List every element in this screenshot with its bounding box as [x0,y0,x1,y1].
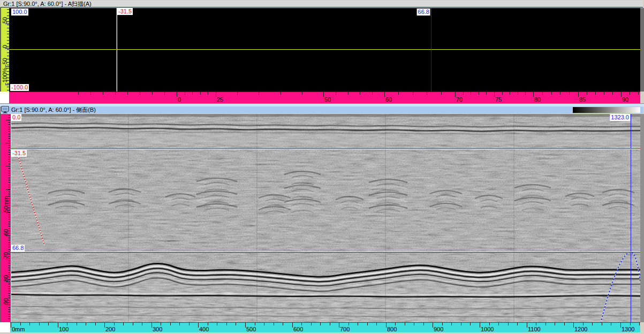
ruler-tick [217,323,217,325]
bscan-ruler-corner [0,322,10,332]
ruler-tick [461,323,461,325]
ruler-tick [395,323,396,325]
ruler-tick [573,323,574,328]
ascan-blue-depth-cursor[interactable] [431,8,431,92]
ruler-tick [152,92,153,95]
ruler-label: 50mm [3,196,9,212]
ruler-tick [5,85,9,85]
amplitude-max-value: 100.0 [11,9,28,16]
ruler-tick [123,323,124,325]
ruler-label: 25 [217,96,223,103]
ruler-tick [302,92,302,95]
ruler-tick [283,323,283,325]
ascan-right-margin [640,8,644,92]
ascan-red-depth-cursor[interactable] [116,8,117,92]
ruler-tick [494,92,495,97]
ruler-tick [216,92,216,97]
ruler-tick [245,323,246,328]
ruler-tick [527,323,527,328]
ruler-label: 1100 [528,326,541,332]
ruler-label: 1200 [574,326,587,332]
amplitude-min-value: -100.0 [10,84,29,91]
ruler-label: 80 [534,96,541,103]
ruler-tick [11,323,11,328]
ruler-tick [525,92,526,95]
ruler-label: 0 [2,45,8,48]
ruler-tick [39,323,40,325]
ascan-depth-ruler[interactable]: 02550607075808590 [9,92,640,103]
ascan-title-bar[interactable]: Gr:1 [S:90.0°, A: 60.0°] - A扫描(A) [1,1,643,7]
ruler-tick [602,323,602,325]
ruler-label: 70 [3,252,9,259]
bscan-depth-ruler[interactable]: 50mm60708090 [1,114,10,322]
ruler-tick [621,92,622,97]
ascan-trace [9,49,640,50]
ruler-tick [6,143,10,143]
bscan-right-margin [640,114,644,322]
ruler-tick [6,212,10,213]
ruler-tick [517,323,518,325]
ruler-tick [518,92,518,95]
ruler-label: 900 [434,326,443,332]
ruler-tick [6,120,10,120]
red-gate-value: -31.5 [11,150,27,157]
ruler-tick [471,92,471,95]
ruler-tick [336,92,336,95]
ruler-tick [104,323,105,328]
ruler-tick [630,92,630,95]
ruler-tick [29,323,30,325]
ruler-label: 800 [387,326,397,332]
ruler-tick [164,92,165,95]
ruler-tick [86,323,86,325]
ruler-label: 50 [324,96,331,103]
ascan-view[interactable] [9,8,640,92]
ruler-tick [6,305,10,305]
ruler-tick [198,323,199,328]
ruler-tick [489,323,490,325]
ruler-tick [161,323,161,325]
bscan-red-scan-cursor[interactable] [10,114,11,322]
ruler-tick [114,323,115,325]
ruler-label: 400 [199,326,209,332]
ruler-label: 1000 [481,326,494,332]
ruler-tick [48,323,49,325]
ruler-tick [508,323,509,325]
ascan-blue-cursor-value: 66.8 [417,9,430,16]
bscan-view[interactable] [10,114,640,322]
ruler-label: 500 [246,326,256,332]
ruler-label: 0mm [12,326,25,332]
ruler-tick [323,92,324,97]
ruler-tick [376,323,377,325]
ruler-tick [372,92,373,95]
bscan-red-gate-line[interactable] [10,148,640,149]
bscan-scan-ruler[interactable]: 0mm1002003004005006007008009001000110012… [10,322,640,332]
ruler-tick [115,92,116,95]
bscan-blue-scan-cursor[interactable] [631,114,631,322]
bscan-title-bar[interactable]: Gr:1 [S:90.0°, A: 60.0°] - 侧面(B) [1,107,643,113]
ruler-tick [592,323,593,325]
ruler-tick [5,48,9,49]
ruler-tick [208,323,208,325]
blue-gate-value: 66.8 [11,245,25,252]
ruler-tick [433,323,433,328]
bscan-blue-gate-line[interactable] [10,252,640,253]
ruler-tick [510,92,510,95]
ruler-tick [140,92,140,95]
ruler-tick [620,323,621,328]
ruler-label: 70 [456,96,463,103]
ruler-tick [20,323,21,325]
ruler-tick [264,323,264,325]
ruler-tick [604,92,604,95]
ruler-tick [189,323,190,325]
scan-start-value: 0.0 [11,114,21,121]
amplitude-scale[interactable]: 500-50-100% [1,8,9,92]
ruler-tick [463,92,464,95]
ruler-tick [6,259,10,259]
ruler-tick [451,323,452,325]
ruler-tick [486,92,487,95]
ruler-tick [6,166,10,166]
ruler-tick [177,92,177,97]
ruler-label: 60 [3,229,9,236]
ruler-tick [6,236,10,236]
ruler-tick [58,323,58,328]
